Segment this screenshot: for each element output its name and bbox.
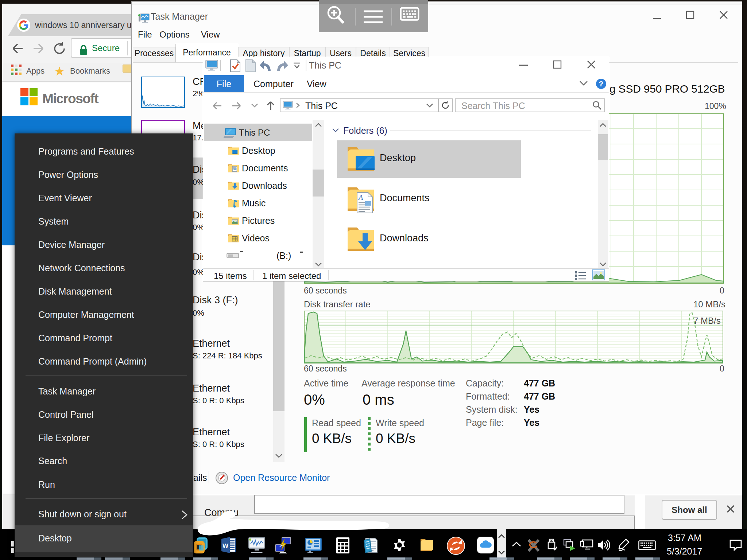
svg-text:W: W (222, 542, 229, 549)
svg-text:A: A (358, 193, 363, 201)
